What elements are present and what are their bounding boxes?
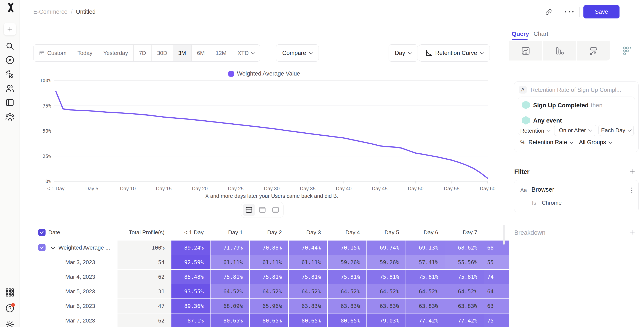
- retention-cell[interactable]: 92.59%: [172, 255, 210, 269]
- retention-cell[interactable]: 69.13%: [406, 241, 445, 255]
- retention-cell[interactable]: 63.83%: [289, 299, 327, 313]
- on-or-after-dropdown[interactable]: On or After: [554, 125, 596, 136]
- chart-type-bars[interactable]: [543, 41, 576, 60]
- breadcrumb-project[interactable]: E-Commerce: [33, 8, 68, 15]
- retention-cell[interactable]: 63.83%: [445, 299, 484, 313]
- range-today[interactable]: Today: [72, 45, 98, 61]
- event-b-label[interactable]: Any event: [533, 117, 562, 124]
- range-3m[interactable]: 3M: [173, 45, 192, 61]
- filter-value[interactable]: Chrome: [542, 200, 562, 206]
- retention-cell[interactable]: 75.81%: [328, 270, 366, 284]
- layout-top-button[interactable]: [256, 204, 268, 216]
- retention-cell[interactable]: 75.81%: [210, 270, 249, 284]
- tab-chart[interactable]: Chart: [534, 30, 548, 37]
- range-30d[interactable]: 30D: [152, 45, 173, 61]
- granularity-dropdown[interactable]: Day: [388, 44, 418, 62]
- retention-cell[interactable]: 64.52%: [406, 284, 445, 299]
- retention-cell[interactable]: 89.36%: [172, 299, 210, 313]
- retention-cell-clipped[interactable]: 64: [484, 284, 509, 299]
- retention-cell[interactable]: 75.81%: [289, 270, 327, 284]
- retention-cell[interactable]: 64.52%: [289, 284, 327, 299]
- search-icon[interactable]: [5, 41, 14, 51]
- retention-cell[interactable]: 85.48%: [172, 270, 210, 284]
- retention-cell[interactable]: 75.81%: [367, 270, 406, 284]
- measure-dropdown[interactable]: Retention Rate: [528, 139, 573, 146]
- more-options-icon[interactable]: [564, 10, 574, 13]
- range-custom[interactable]: Custom: [34, 45, 72, 61]
- range-6m[interactable]: 6M: [192, 45, 210, 61]
- retention-cell-clipped[interactable]: 55: [484, 255, 509, 269]
- retention-cell[interactable]: 61.11%: [210, 255, 249, 269]
- chart-type-dropdown[interactable]: Retention Curve: [419, 44, 490, 62]
- retention-cell[interactable]: 59.26%: [328, 255, 366, 269]
- retention-cell[interactable]: 70.88%: [250, 241, 288, 255]
- retention-cell[interactable]: 69.74%: [367, 241, 406, 255]
- retention-cell-clipped[interactable]: 74: [484, 270, 509, 284]
- retention-cell[interactable]: 80.65%: [289, 314, 327, 327]
- table-scrollbar[interactable]: [503, 225, 505, 245]
- share-link-icon[interactable]: [545, 8, 552, 15]
- layout-bottom-button[interactable]: [270, 204, 282, 216]
- tab-query[interactable]: Query: [512, 30, 529, 37]
- retention-cell[interactable]: 68.09%: [210, 299, 249, 313]
- compare-button[interactable]: Compare: [276, 44, 319, 62]
- layout-split-button[interactable]: [243, 204, 255, 216]
- add-breakdown-icon[interactable]: [629, 229, 636, 236]
- row-checkbox[interactable]: [38, 244, 46, 251]
- range-7d[interactable]: 7D: [134, 45, 152, 61]
- range-xtd[interactable]: XTD: [232, 45, 260, 61]
- retention-cell[interactable]: 80.65%: [210, 314, 249, 327]
- retention-curve-chart[interactable]: 100%75%50%25%0%< 1 DayDay 5Day 10Day 15D…: [20, 77, 509, 202]
- retention-cell[interactable]: 89.24%: [172, 241, 210, 255]
- retention-cell[interactable]: 75.81%: [406, 270, 445, 284]
- retention-cell[interactable]: 75.81%: [250, 270, 288, 284]
- retention-cell[interactable]: 79.03%: [367, 314, 406, 327]
- settings-gear-icon[interactable]: [5, 320, 14, 327]
- groups-dropdown[interactable]: All Groups: [579, 139, 612, 146]
- retention-cell[interactable]: 57.41%: [406, 255, 445, 269]
- retention-cell[interactable]: 70.44%: [289, 241, 327, 255]
- add-filter-icon[interactable]: [629, 168, 636, 175]
- retention-cell[interactable]: 64.52%: [210, 284, 249, 299]
- retention-cell[interactable]: 75.81%: [445, 270, 484, 284]
- cohorts-icon[interactable]: [5, 112, 14, 121]
- retention-cell[interactable]: 93.55%: [172, 284, 210, 299]
- new-item-button[interactable]: [4, 23, 16, 36]
- retention-cell[interactable]: 63.83%: [367, 299, 406, 313]
- filter-menu-icon[interactable]: [631, 188, 632, 193]
- chart-legend[interactable]: Weighted Average Value: [20, 70, 509, 77]
- retention-cell[interactable]: 64.52%: [445, 284, 484, 299]
- pages-icon[interactable]: [5, 98, 14, 107]
- breadcrumb-current[interactable]: Untitled: [76, 8, 96, 15]
- retention-cell[interactable]: 77.42%: [445, 314, 484, 327]
- cursor-click-icon[interactable]: [5, 69, 14, 79]
- retention-cell[interactable]: 77.42%: [406, 314, 445, 327]
- retention-cell[interactable]: 59.26%: [367, 255, 406, 269]
- retention-cell-clipped[interactable]: 75: [484, 314, 509, 327]
- range-12m[interactable]: 12M: [210, 45, 232, 61]
- apps-grid-icon[interactable]: [5, 288, 14, 297]
- chart-type-flows[interactable]: [577, 41, 610, 60]
- each-day-dropdown[interactable]: Each Day: [598, 125, 634, 136]
- compass-icon[interactable]: [5, 55, 14, 65]
- retention-cell[interactable]: 64.52%: [367, 284, 406, 299]
- filter-property[interactable]: Browser: [532, 186, 554, 193]
- event-a-label[interactable]: Sign Up Completed: [533, 102, 588, 109]
- retention-cell[interactable]: 63.83%: [328, 299, 366, 313]
- expand-caret-icon[interactable]: [51, 245, 55, 249]
- chart-type-insights[interactable]: [509, 41, 542, 60]
- users-icon[interactable]: [5, 84, 14, 93]
- retention-cell[interactable]: 68.62%: [445, 241, 484, 255]
- retention-cell[interactable]: 61.11%: [250, 255, 288, 269]
- retention-mode-dropdown[interactable]: Retention: [520, 127, 550, 134]
- retention-cell[interactable]: 80.65%: [250, 314, 288, 327]
- retention-cell[interactable]: 70.15%: [328, 241, 366, 255]
- query-title[interactable]: Retention Rate of Sign Up Compl...: [530, 87, 621, 93]
- retention-cell[interactable]: 63.83%: [406, 299, 445, 313]
- retention-cell[interactable]: 61.11%: [289, 255, 327, 269]
- retention-cell[interactable]: 87.1%: [172, 314, 210, 327]
- retention-cell-clipped[interactable]: 63: [484, 299, 509, 313]
- retention-cell[interactable]: 71.79%: [210, 241, 249, 255]
- chart-type-retention[interactable]: [611, 41, 644, 60]
- retention-cell[interactable]: 80.65%: [328, 314, 366, 327]
